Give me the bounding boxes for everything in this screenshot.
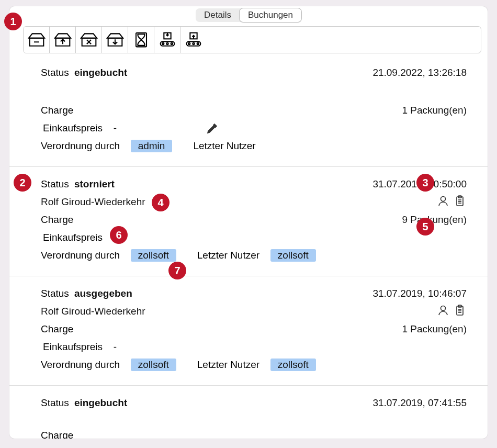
svg-point-4 bbox=[162, 43, 164, 44]
box-down-icon bbox=[105, 29, 126, 50]
einkaufspreis-value: - bbox=[114, 232, 117, 243]
charge-label: Charge bbox=[41, 214, 73, 226]
box-minus-icon bbox=[26, 29, 47, 50]
timestamp: 31.07.2019, 07:41:55 bbox=[372, 397, 467, 409]
einkaufspreis-value: - bbox=[114, 341, 117, 353]
svg-point-12 bbox=[441, 197, 446, 201]
booking-entry: Status eingebucht 31.07.2019, 07:41:55 C… bbox=[9, 386, 488, 439]
person-icon[interactable] bbox=[436, 194, 450, 208]
verordnung-label: Verordnung durch bbox=[41, 250, 120, 261]
person-name: Rolf Giroud-Wiederkehr bbox=[41, 306, 145, 317]
hourglass-button[interactable] bbox=[128, 27, 154, 53]
status-label: Status bbox=[41, 67, 69, 79]
letzter-nutzer-chip[interactable]: zollsoft bbox=[270, 359, 316, 371]
verordnung-label: Verordnung durch bbox=[41, 359, 120, 371]
toolbar-spacer bbox=[207, 27, 481, 53]
box-minus-button[interactable] bbox=[24, 27, 50, 53]
clipboard-icon[interactable] bbox=[453, 194, 467, 208]
svg-point-18 bbox=[441, 306, 446, 311]
svg-point-9 bbox=[188, 43, 190, 44]
status-label: Status bbox=[41, 178, 69, 190]
einkaufspreis-label: Einkaufspreis bbox=[43, 341, 103, 353]
box-down-button[interactable] bbox=[102, 27, 128, 53]
einkaufspreis-value: - bbox=[114, 122, 117, 134]
entries-scroll[interactable]: Status eingebucht 21.09.2022, 13:26:18 C… bbox=[9, 53, 488, 439]
status-value: ausgegeben bbox=[74, 288, 132, 299]
charge-label: Charge bbox=[41, 430, 73, 439]
conveyor-out-icon bbox=[183, 29, 204, 50]
toolbar bbox=[23, 26, 481, 53]
person-icon[interactable] bbox=[436, 304, 450, 317]
booking-entry: Status ausgegeben 31.07.2019, 10:46:07 R… bbox=[9, 276, 488, 386]
person-actions bbox=[433, 194, 467, 210]
status-label: Status bbox=[41, 397, 69, 409]
packung-value: 1 Packung(en) bbox=[402, 323, 467, 335]
status-value: eingebucht bbox=[74, 67, 127, 79]
conveyor-in-button[interactable] bbox=[154, 27, 180, 53]
booking-entry: Status eingebucht 21.09.2022, 13:26:18 C… bbox=[9, 55, 488, 167]
svg-point-10 bbox=[193, 43, 194, 44]
einkaufspreis-label: Einkaufspreis bbox=[43, 232, 103, 243]
svg-point-6 bbox=[171, 43, 172, 44]
box-x-button[interactable] bbox=[76, 27, 102, 53]
booking-entry: Status storniert 31.07.2019, 10:50:00 Ro… bbox=[9, 167, 488, 276]
svg-point-11 bbox=[197, 43, 199, 44]
conveyor-out-button[interactable] bbox=[180, 27, 207, 53]
conveyor-in-icon bbox=[157, 29, 178, 50]
person-name: Rolf Giroud-Wiederkehr bbox=[41, 196, 145, 208]
timestamp: 31.07.2019, 10:46:07 bbox=[372, 288, 467, 299]
timestamp: 31.07.2019, 10:50:00 bbox=[372, 178, 467, 190]
timestamp: 21.09.2022, 13:26:18 bbox=[372, 67, 467, 79]
verordnung-user-chip[interactable]: admin bbox=[131, 140, 173, 152]
letzter-nutzer-label: Letzter Nutzer bbox=[193, 140, 255, 152]
packung-value: 9 Packung(en) bbox=[402, 214, 467, 226]
box-x-icon bbox=[78, 29, 99, 50]
verordnung-label: Verordnung durch bbox=[41, 140, 120, 152]
hourglass-icon bbox=[131, 29, 152, 50]
verordnung-user-chip[interactable]: zollsoft bbox=[131, 249, 176, 262]
person-actions bbox=[433, 304, 467, 319]
pencil-icon[interactable] bbox=[206, 121, 219, 135]
tab-segment: Details Buchungen bbox=[196, 8, 301, 22]
letzter-nutzer-label: Letzter Nutzer bbox=[197, 250, 259, 261]
tab-buchungen[interactable]: Buchungen bbox=[240, 8, 301, 22]
einkaufspreis-label: Einkaufspreis bbox=[43, 122, 103, 134]
verordnung-user-chip[interactable]: zollsoft bbox=[131, 359, 176, 371]
svg-point-5 bbox=[166, 43, 168, 44]
box-up-icon bbox=[52, 29, 73, 50]
box-up-button[interactable] bbox=[50, 27, 76, 53]
tab-details[interactable]: Details bbox=[196, 8, 240, 22]
charge-label: Charge bbox=[41, 105, 73, 116]
tab-bar: Details Buchungen bbox=[9, 6, 488, 23]
status-label: Status bbox=[41, 288, 69, 299]
main-window: Details Buchungen Status eingebucht 21. bbox=[9, 6, 488, 439]
packung-value: 1 Packung(en) bbox=[402, 105, 467, 116]
letzter-nutzer-chip[interactable]: zollsoft bbox=[270, 249, 316, 262]
status-value: eingebucht bbox=[74, 397, 127, 409]
status-value: storniert bbox=[74, 178, 115, 190]
clipboard-icon[interactable] bbox=[453, 304, 467, 317]
charge-label: Charge bbox=[41, 323, 73, 335]
letzter-nutzer-label: Letzter Nutzer bbox=[197, 359, 259, 371]
